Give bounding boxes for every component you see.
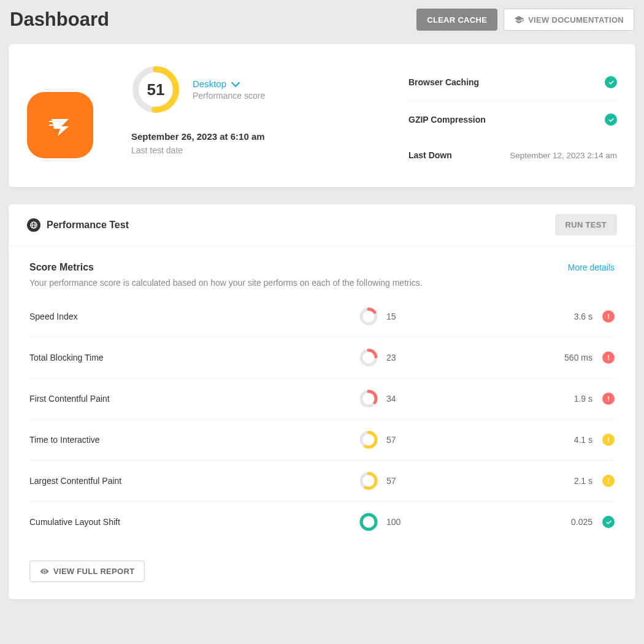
- metric-score-wrap: 15: [359, 307, 519, 326]
- metric-value: 0.025: [519, 517, 592, 527]
- metric-score-value: 57: [386, 435, 396, 445]
- performance-score-label: Performance score: [193, 91, 265, 101]
- metric-row: Largest Contentful Paint572.1 s!: [29, 461, 615, 502]
- alert-icon: !: [602, 475, 615, 487]
- metric-score-gauge: [359, 348, 378, 367]
- hummingbird-icon: [40, 105, 80, 145]
- performance-test-card: Performance Test RUN TEST Score Metrics …: [9, 204, 635, 599]
- metric-row: Speed Index153.6 s!: [29, 296, 615, 337]
- metric-row: Time to Interactive574.1 s!: [29, 420, 615, 461]
- metric-name: Total Blocking Time: [29, 353, 359, 362]
- metric-value: 4.1 s: [519, 435, 592, 445]
- status-column: Browser CachingGZIP Compression Last Dow…: [408, 59, 617, 172]
- metric-value: 1.9 s: [519, 394, 592, 404]
- run-test-button[interactable]: RUN TEST: [555, 214, 617, 236]
- site-icon-wrap: [27, 59, 131, 172]
- site-icon: [27, 92, 93, 158]
- score-metrics-title: Score Metrics: [29, 262, 94, 273]
- metric-name: Cumulative Layout Shift: [29, 517, 359, 527]
- metric-value: 2.1 s: [519, 476, 592, 486]
- eye-icon: [40, 567, 49, 576]
- overview-card: 51 Desktop Performance score September 2…: [9, 44, 635, 187]
- view-full-report-button[interactable]: VIEW FULL REPORT: [29, 561, 145, 582]
- metric-name: Speed Index: [29, 312, 359, 321]
- alert-icon: !: [602, 434, 615, 446]
- metric-score-wrap: 57: [359, 472, 519, 490]
- metric-row: Total Blocking Time23560 ms!: [29, 337, 615, 378]
- status-label: GZIP Compression: [408, 115, 486, 125]
- page-header: Dashboard CLEAR CACHE VIEW DOCUMENTATION: [9, 9, 635, 31]
- score-column: 51 Desktop Performance score September 2…: [131, 59, 408, 172]
- metric-score-gauge: [359, 389, 378, 408]
- device-label: Desktop: [193, 79, 226, 89]
- alert-icon: !: [602, 393, 615, 405]
- clear-cache-button[interactable]: CLEAR CACHE: [416, 9, 497, 31]
- metric-score-gauge: [359, 513, 378, 531]
- score-metrics-description: Your performance score is calculated bas…: [29, 278, 615, 288]
- last-down-value: September 12, 2023 2:14 am: [510, 151, 617, 160]
- page-title: Dashboard: [10, 9, 109, 31]
- header-actions: CLEAR CACHE VIEW DOCUMENTATION: [416, 9, 634, 31]
- metric-name: Largest Contentful Paint: [29, 476, 359, 486]
- metric-score-value: 23: [386, 353, 396, 362]
- metric-value: 3.6 s: [519, 312, 592, 321]
- svg-point-13: [361, 515, 376, 529]
- metric-name: First Contentful Paint: [29, 394, 359, 404]
- performance-test-header: Performance Test RUN TEST: [9, 204, 635, 246]
- status-row: GZIP Compression: [408, 101, 617, 138]
- metric-badge: !: [592, 434, 615, 446]
- metric-score-value: 100: [386, 517, 401, 527]
- check-icon: [602, 516, 615, 528]
- last-test-date: September 26, 2023 at 6:10 am: [131, 131, 408, 142]
- status-row: Browser Caching: [408, 64, 617, 101]
- metric-score-gauge: [359, 431, 378, 449]
- check-icon: [605, 76, 617, 88]
- metric-row: Cumulative Layout Shift1000.025: [29, 502, 615, 542]
- metric-score-value: 57: [386, 476, 396, 486]
- metric-badge: [592, 516, 615, 528]
- metric-badge: !: [592, 393, 615, 405]
- metric-name: Time to Interactive: [29, 435, 359, 445]
- performance-score-gauge: 51: [131, 65, 180, 114]
- last-test-date-label: Last test date: [131, 145, 408, 155]
- performance-score-value: 51: [131, 65, 180, 114]
- metric-score-value: 34: [386, 394, 396, 404]
- alert-icon: !: [602, 351, 615, 364]
- performance-test-title: Performance Test: [47, 220, 129, 231]
- view-full-report-label: VIEW FULL REPORT: [53, 567, 134, 576]
- view-documentation-label: VIEW DOCUMENTATION: [528, 15, 624, 25]
- view-documentation-button[interactable]: VIEW DOCUMENTATION: [504, 9, 634, 31]
- performance-test-footer: VIEW FULL REPORT: [9, 548, 635, 599]
- metric-score-wrap: 34: [359, 389, 519, 408]
- metric-score-gauge: [359, 472, 378, 490]
- score-metrics-section: Score Metrics More details Your performa…: [9, 246, 635, 548]
- last-down-label: Last Down: [408, 150, 452, 160]
- last-down-row: Last Down September 12, 2023 2:14 am: [408, 138, 617, 172]
- status-label: Browser Caching: [408, 77, 479, 87]
- metric-value: 560 ms: [519, 353, 592, 362]
- metric-score-gauge: [359, 307, 378, 326]
- metric-score-wrap: 100: [359, 513, 519, 531]
- device-dropdown[interactable]: Desktop: [193, 79, 265, 89]
- graduation-cap-icon: [514, 15, 524, 25]
- metric-row: First Contentful Paint341.9 s!: [29, 378, 615, 420]
- metric-badge: !: [592, 310, 615, 323]
- chevron-down-icon: [231, 78, 240, 86]
- globe-icon: [27, 218, 40, 232]
- metric-badge: !: [592, 475, 615, 487]
- metric-badge: !: [592, 351, 615, 364]
- metric-score-value: 15: [386, 312, 396, 321]
- metric-score-wrap: 57: [359, 431, 519, 449]
- check-icon: [605, 113, 617, 126]
- metric-score-wrap: 23: [359, 348, 519, 367]
- more-details-link[interactable]: More details: [568, 263, 615, 272]
- alert-icon: !: [602, 310, 615, 323]
